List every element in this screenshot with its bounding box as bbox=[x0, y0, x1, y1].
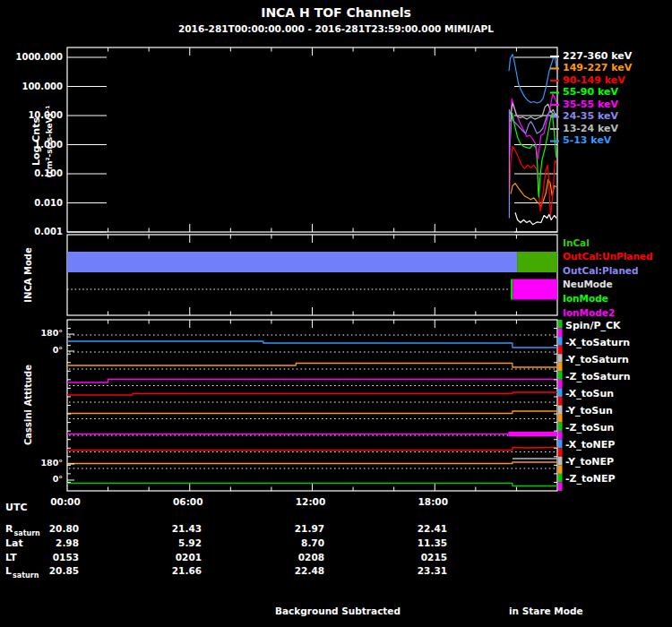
utc-tick-label: 06:00 bbox=[157, 497, 220, 508]
attitude-ytick-label: 0° bbox=[0, 346, 63, 355]
table-cell: 0215 bbox=[393, 553, 447, 563]
table-cell: 8.70 bbox=[271, 538, 324, 549]
tof-ytick-label: 0.100 bbox=[0, 168, 63, 178]
inca-tof-plot-page: { "title": "INCA H TOF Channels", "subti… bbox=[0, 0, 672, 627]
attitude-legend-item: -Y_toSun bbox=[565, 406, 613, 417]
tof-ytick-label: 10.000 bbox=[0, 110, 63, 120]
attitude-legend-item: -Y_toNEP bbox=[565, 457, 614, 468]
table-cell: 2.98 bbox=[25, 538, 79, 549]
tof-ytick-label: 1.000 bbox=[0, 140, 63, 150]
table-cell: 0208 bbox=[271, 553, 324, 563]
tof-ytick-label: 1000.000 bbox=[0, 52, 63, 62]
table-cell: 20.80 bbox=[25, 524, 79, 535]
mode-legend-item: OutCal:UnPlaned bbox=[563, 252, 653, 262]
table-cell: 22.48 bbox=[271, 566, 324, 577]
utc-tick-label: 12:00 bbox=[280, 497, 342, 508]
table-cell: 21.97 bbox=[271, 524, 324, 535]
mode-legend-item: IonMode2 bbox=[563, 308, 615, 319]
table-row-label: Lat bbox=[5, 538, 23, 549]
table-row-label: LT bbox=[5, 553, 17, 563]
footer-background-subtracted: Background Subtracted bbox=[226, 606, 450, 617]
table-cell: 21.43 bbox=[148, 524, 202, 535]
attitude-legend-item: -X_toSaturn bbox=[565, 338, 630, 348]
attitude-legend-item: -X_toSun bbox=[565, 389, 614, 399]
tof-ytick-label: 0.001 bbox=[0, 227, 63, 236]
utc-tick-label: 18:00 bbox=[401, 497, 464, 508]
table-cell: 20.85 bbox=[25, 566, 79, 577]
attitude-ytick-label: 180° bbox=[0, 329, 63, 338]
attitude-legend-item: -Z_toSaturn bbox=[565, 372, 631, 382]
tof-ytick-label: 100.000 bbox=[0, 82, 63, 91]
mode-legend-item: IonMode bbox=[563, 294, 608, 305]
tof-legend-item: 227-360 keV bbox=[563, 51, 632, 62]
mode-legend-item: OutCal:Planed bbox=[563, 266, 639, 277]
footer-stare-mode: in Stare Mode bbox=[509, 606, 583, 617]
table-cell: 0153 bbox=[25, 553, 79, 563]
table-cell: 23.31 bbox=[393, 566, 447, 577]
mode-y-axis-title: INCA Mode bbox=[24, 247, 33, 302]
attitude-legend-item: -X_toNEP bbox=[565, 440, 615, 451]
tof-legend-item: 5-13 keV bbox=[563, 135, 611, 146]
tof-legend-item: 149-227 keV bbox=[563, 63, 632, 73]
attitude-legend-item: Spin/P_CK bbox=[565, 321, 621, 331]
tof-legend-item: 35-55 keV bbox=[563, 99, 618, 110]
page-title: INCA H TOF Channels bbox=[0, 6, 672, 20]
table-cell: 11.35 bbox=[393, 538, 447, 549]
tof-legend-item: 90-149 keV bbox=[563, 75, 625, 86]
mode-legend-item: NeuMode bbox=[563, 279, 613, 290]
table-cell: 0201 bbox=[148, 553, 202, 563]
tof-legend-item: 13-24 keV bbox=[563, 124, 618, 134]
attitude-ytick-label: 180° bbox=[0, 459, 63, 468]
table-cell: 5.92 bbox=[148, 538, 202, 549]
mode-legend-item: InCal bbox=[563, 238, 590, 249]
time-range-subtitle: 2016-281T00:00:00.000 - 2016-281T23:59:0… bbox=[0, 24, 672, 35]
utc-tick-label: 00:00 bbox=[34, 497, 97, 508]
tof-legend-item: 55-90 keV bbox=[563, 87, 618, 98]
utc-row-label: UTC bbox=[5, 502, 28, 513]
tof-legend-item: 24-35 keV bbox=[563, 111, 618, 122]
attitude-legend-item: -Z_toNEP bbox=[565, 474, 616, 485]
tof-ytick-label: 0.010 bbox=[0, 198, 63, 208]
attitude-legend-item: -Y_toSaturn bbox=[565, 355, 629, 365]
table-cell: 22.41 bbox=[393, 524, 447, 535]
attitude-legend-item: -Z_toSun bbox=[565, 423, 614, 434]
table-cell: 21.66 bbox=[148, 566, 202, 577]
attitude-y-axis-title: Cassini Attitude bbox=[24, 365, 33, 445]
attitude-ytick-label: 0° bbox=[0, 475, 63, 484]
